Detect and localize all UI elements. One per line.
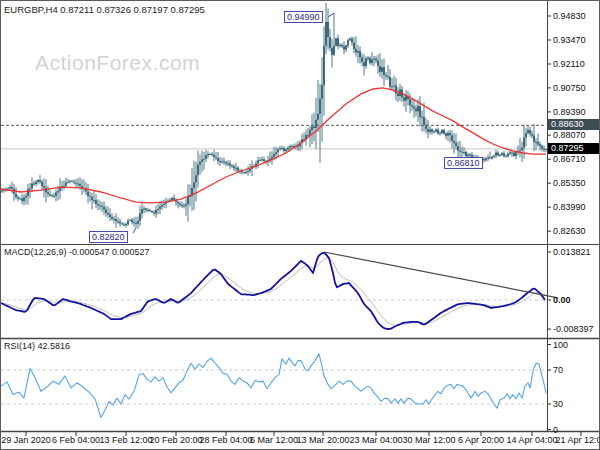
x-axis-label: 28 Feb 04:00 (199, 435, 252, 445)
rsi-line (1, 354, 546, 418)
rsi-indicator-header: RSI(14) 42.5816 (4, 341, 70, 351)
price-marker-high: 0.94990 (284, 11, 323, 23)
trading-chart-window[interactable]: ActionForex.com 0.948300.934700.921100.9… (0, 0, 600, 450)
y-axis-label: 0.86710 (553, 154, 586, 164)
x-axis-label: 6 Apr 20:00 (458, 435, 504, 445)
marker-connector (328, 13, 334, 17)
y-axis-label: 70 (553, 365, 563, 375)
y-axis-label: 0.92110 (553, 59, 585, 69)
price-marker-low: 0.82820 (89, 231, 128, 243)
y-axis-label: 0.82630 (553, 226, 586, 236)
x-axis-label: 30 Mar 12:00 (402, 435, 455, 445)
y-axis-label: 0.00 (553, 295, 571, 305)
y-axis-label: -0.008397 (553, 324, 594, 334)
axis-label-resistance-level: 0.88630 (548, 119, 600, 130)
x-axis-label: 13 Mar 20:00 (296, 435, 349, 445)
macd-signal-line (1, 258, 545, 325)
x-axis-label: 20 Feb 20:00 (149, 435, 202, 445)
symbol-ohlc-header: EURGBP,H4 0.87211 0.87326 0.87197 0.8729… (4, 4, 205, 15)
y-axis-label: 0 (553, 425, 558, 435)
y-axis-label: 0.88070 (553, 130, 586, 140)
macd-indicator-header: MACD(12,26,9) -0.000547 0.000527 (4, 247, 150, 257)
marker-connector (133, 228, 136, 233)
candlestick-bodies (1, 22, 547, 226)
y-axis-label: 100 (553, 340, 568, 350)
price-marker-support: 0.86810 (444, 157, 483, 169)
candlestick-wicks (2, 3, 546, 229)
moving-average-line (1, 88, 546, 203)
y-axis-label: 0.013821 (553, 247, 591, 257)
x-axis-label: 21 Apr 12:00 (555, 435, 600, 445)
y-axis-label: 0.83990 (553, 202, 586, 212)
x-axis-label: 6 Feb 04:00 (52, 435, 100, 445)
y-axis-label: 0.85350 (553, 178, 586, 188)
y-axis-label: 0.94830 (553, 11, 586, 21)
macd-trendline[interactable] (324, 252, 558, 298)
y-axis-label: 0.93470 (553, 35, 586, 45)
x-axis-label: 14 Apr 04:00 (506, 435, 557, 445)
x-axis-label: 13 Feb 12:00 (99, 435, 152, 445)
chart-canvas[interactable]: 0.948300.934700.921100.907500.893900.880… (1, 1, 600, 450)
y-axis-label: 30 (553, 399, 563, 409)
x-axis-label: 29 Jan 2020 (1, 435, 51, 445)
y-axis-label: 0.89390 (553, 107, 586, 117)
y-axis-label: 0.90750 (553, 83, 586, 93)
axis-label-current-price: 0.87295 (548, 143, 600, 154)
x-axis-label: 6 Mar 12:00 (250, 435, 298, 445)
x-axis-label: 23 Mar 04:00 (349, 435, 402, 445)
